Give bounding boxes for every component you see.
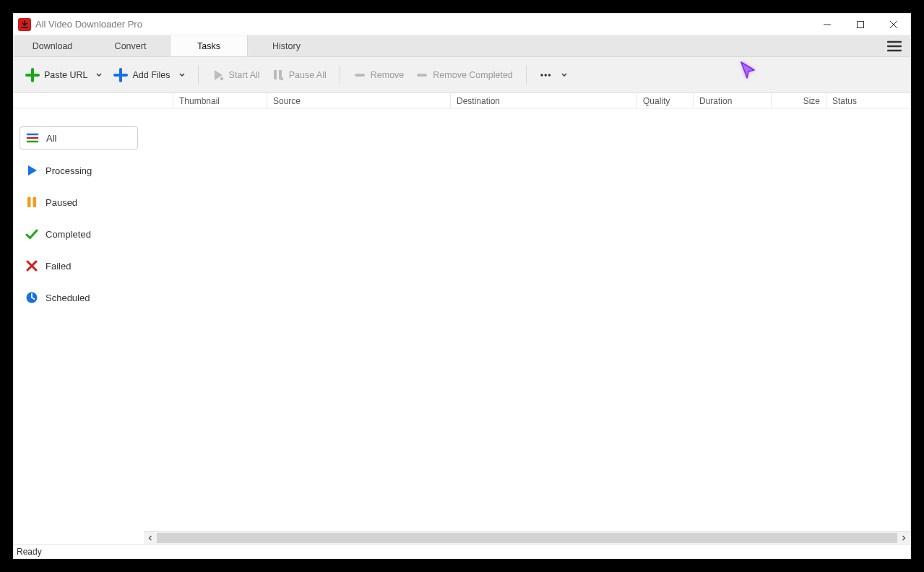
svg-point-4	[280, 77, 282, 79]
column-source[interactable]: Source	[267, 93, 450, 108]
column-blank[interactable]	[144, 93, 173, 108]
tab-tasks[interactable]: Tasks	[170, 35, 248, 56]
svg-rect-6	[417, 74, 427, 77]
list-icon	[26, 131, 39, 144]
svg-point-7	[540, 74, 543, 76]
play-icon	[25, 164, 38, 177]
menu-button[interactable]	[881, 35, 907, 57]
minus-icon	[415, 69, 428, 82]
svg-point-1	[220, 77, 223, 79]
tab-download[interactable]: Download	[14, 35, 92, 56]
minimize-button[interactable]	[811, 14, 844, 35]
close-button[interactable]	[877, 14, 910, 35]
remove-button[interactable]: Remove	[349, 66, 409, 84]
check-icon	[25, 228, 38, 240]
remove-label: Remove	[371, 70, 405, 80]
pause-icon	[272, 69, 285, 82]
svg-point-9	[548, 74, 550, 76]
window-title: All Video Downloader Pro	[35, 19, 142, 30]
column-quality[interactable]: Quality	[636, 93, 693, 108]
svg-rect-11	[33, 197, 37, 207]
column-duration[interactable]: Duration	[693, 93, 771, 108]
status-text: Ready	[17, 547, 42, 557]
pause-all-label: Pause All	[289, 70, 327, 80]
filter-scheduled[interactable]: Scheduled	[20, 287, 138, 308]
chevron-down-icon	[96, 70, 102, 80]
app-icon	[18, 18, 31, 31]
column-thumbnail[interactable]: Thumbnail	[173, 93, 267, 108]
filter-all-label: All	[46, 133, 56, 144]
add-files-button[interactable]: Add Files	[109, 65, 189, 85]
remove-completed-label: Remove Completed	[433, 70, 512, 80]
filter-sidebar: All Processing Paused Completed	[14, 109, 144, 531]
filter-failed[interactable]: Failed	[20, 255, 138, 277]
svg-point-8	[544, 74, 546, 76]
tab-bar: Download Convert Tasks History	[14, 35, 910, 57]
separator	[526, 66, 527, 84]
filter-scheduled-label: Scheduled	[46, 292, 90, 303]
column-status[interactable]: Status	[826, 93, 910, 108]
chevron-down-icon	[561, 70, 567, 80]
chevron-down-icon	[179, 70, 185, 80]
plus-icon	[113, 68, 128, 82]
filter-completed[interactable]: Completed	[20, 223, 138, 245]
svg-rect-2	[274, 70, 277, 79]
scroll-left-button[interactable]	[144, 532, 157, 545]
minus-icon	[353, 69, 366, 82]
svg-rect-0	[858, 21, 864, 27]
add-files-label: Add Files	[132, 70, 170, 80]
filter-failed-label: Failed	[46, 261, 71, 272]
column-headers: Thumbnail Source Destination Quality Dur…	[14, 93, 910, 109]
more-icon	[540, 69, 553, 82]
clock-icon	[25, 291, 38, 304]
play-icon	[212, 69, 225, 82]
tab-convert[interactable]: Convert	[92, 35, 170, 56]
tab-history[interactable]: History	[248, 35, 326, 56]
column-destination[interactable]: Destination	[450, 93, 636, 108]
title-bar: All Video Downloader Pro	[14, 14, 910, 35]
paste-url-label: Paste URL	[44, 70, 87, 80]
filter-paused[interactable]: Paused	[20, 191, 138, 213]
svg-rect-5	[355, 74, 365, 77]
pause-icon	[25, 196, 38, 209]
separator	[198, 66, 199, 84]
task-list-body	[144, 109, 910, 531]
maximize-button[interactable]	[844, 14, 877, 35]
filter-completed-label: Completed	[46, 229, 91, 240]
content-area: All Processing Paused Completed	[14, 109, 910, 531]
app-window: All Video Downloader Pro Download Conver…	[13, 13, 911, 559]
filter-processing-label: Processing	[46, 165, 92, 176]
pause-all-button[interactable]: Pause All	[267, 66, 331, 84]
start-all-button[interactable]: Start All	[207, 66, 264, 84]
svg-rect-10	[27, 197, 31, 207]
filter-paused-label: Paused	[46, 197, 77, 208]
horizontal-scrollbar[interactable]	[144, 531, 910, 544]
start-all-label: Start All	[229, 70, 260, 80]
separator	[340, 66, 340, 84]
toolbar: Paste URL Add Files Start All Pause All	[14, 57, 910, 93]
status-bar: Ready	[14, 544, 910, 558]
paste-url-button[interactable]: Paste URL	[21, 65, 106, 85]
more-button[interactable]	[535, 66, 571, 84]
column-size[interactable]: Size	[771, 93, 826, 108]
scroll-right-button[interactable]	[897, 532, 910, 545]
x-icon	[25, 259, 38, 272]
scrollbar-track[interactable]	[157, 533, 897, 543]
plus-icon	[25, 68, 40, 82]
remove-completed-button[interactable]: Remove Completed	[411, 66, 517, 84]
filter-all[interactable]: All	[20, 126, 138, 150]
filter-processing[interactable]: Processing	[20, 160, 138, 181]
